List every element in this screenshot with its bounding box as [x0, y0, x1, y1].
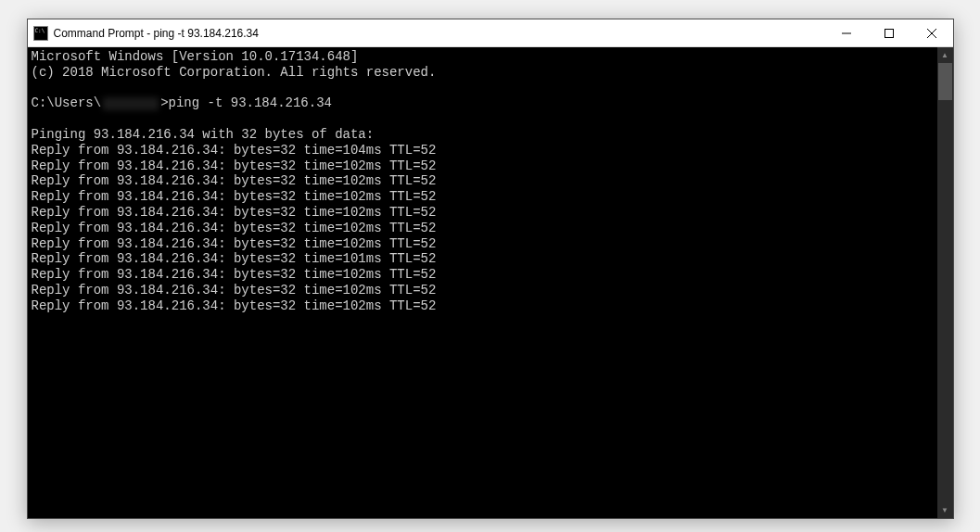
ping-reply-line: Reply from 93.184.216.34: bytes=32 time=…	[32, 298, 934, 314]
terminal-blank-line	[32, 81, 934, 96]
terminal-line: Microsoft Windows [Version 10.0.17134.64…	[32, 49, 934, 65]
cmd-app-icon	[33, 26, 48, 41]
close-button[interactable]	[910, 19, 953, 46]
minimize-button[interactable]	[825, 19, 868, 46]
terminal-blank-line	[32, 111, 934, 127]
terminal-prompt-line: C:\Users\>ping -t 93.184.216.34	[32, 95, 934, 111]
scroll-thumb[interactable]	[938, 63, 952, 100]
scroll-up-arrow-icon[interactable]: ▲	[937, 47, 953, 63]
maximize-icon	[885, 29, 894, 38]
ping-reply-line: Reply from 93.184.216.34: bytes=32 time=…	[32, 143, 934, 158]
window-title: Command Prompt - ping -t 93.184.216.34	[54, 27, 259, 40]
command-prompt-window: Command Prompt - ping -t 93.184.216.34 M…	[27, 19, 954, 519]
redacted-username	[103, 97, 159, 110]
ping-reply-line: Reply from 93.184.216.34: bytes=32 time=…	[32, 221, 934, 236]
ping-reply-line: Reply from 93.184.216.34: bytes=32 time=…	[32, 236, 934, 252]
titlebar-left: Command Prompt - ping -t 93.184.216.34	[28, 26, 259, 41]
prompt-command: >ping -t 93.184.216.34	[160, 95, 332, 110]
ping-reply-line: Reply from 93.184.216.34: bytes=32 time=…	[32, 173, 934, 189]
titlebar[interactable]: Command Prompt - ping -t 93.184.216.34	[28, 19, 953, 47]
terminal-wrapper: Microsoft Windows [Version 10.0.17134.64…	[28, 47, 953, 518]
ping-reply-line: Reply from 93.184.216.34: bytes=32 time=…	[32, 267, 934, 283]
svg-rect-1	[885, 29, 893, 37]
window-controls	[825, 19, 953, 46]
terminal-line: (c) 2018 Microsoft Corporation. All righ…	[32, 65, 934, 81]
vertical-scrollbar[interactable]: ▲ ▼	[937, 47, 953, 518]
ping-replies: Reply from 93.184.216.34: bytes=32 time=…	[32, 143, 934, 314]
prompt-prefix: C:\Users\	[32, 95, 102, 110]
ping-reply-line: Reply from 93.184.216.34: bytes=32 time=…	[32, 158, 934, 174]
ping-reply-line: Reply from 93.184.216.34: bytes=32 time=…	[32, 205, 934, 221]
minimize-icon	[842, 29, 851, 38]
ping-header: Pinging 93.184.216.34 with 32 bytes of d…	[32, 127, 934, 143]
ping-reply-line: Reply from 93.184.216.34: bytes=32 time=…	[32, 189, 934, 205]
ping-reply-line: Reply from 93.184.216.34: bytes=32 time=…	[32, 251, 934, 267]
scroll-down-arrow-icon[interactable]: ▼	[937, 502, 953, 518]
ping-reply-line: Reply from 93.184.216.34: bytes=32 time=…	[32, 283, 934, 298]
close-icon	[927, 29, 936, 38]
maximize-button[interactable]	[868, 19, 910, 46]
terminal-output[interactable]: Microsoft Windows [Version 10.0.17134.64…	[28, 47, 937, 518]
